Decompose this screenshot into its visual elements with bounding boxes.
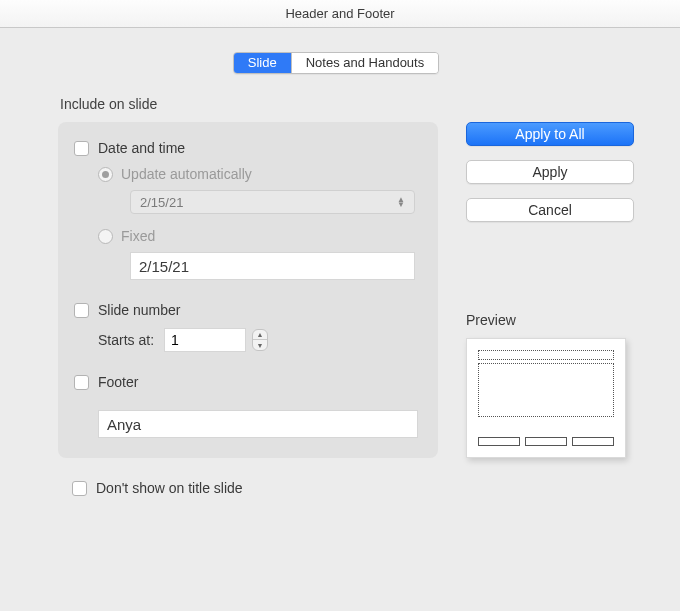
preview-header-region [478, 350, 614, 360]
date-time-label: Date and time [98, 140, 185, 156]
fixed-date-input[interactable] [130, 252, 415, 280]
tab-bar: Slide Notes and Handouts [20, 52, 652, 74]
starts-at-label: Starts at: [98, 332, 154, 348]
options-panel: Date and time Update automatically 2/15/… [58, 122, 438, 458]
starts-at-stepper[interactable]: ▲ ▼ [252, 329, 268, 351]
footer-checkbox[interactable] [74, 375, 89, 390]
select-chevrons-icon: ▲▼ [396, 197, 406, 207]
update-auto-label: Update automatically [121, 166, 252, 182]
starts-at-input[interactable] [164, 328, 246, 352]
preview-footer-right [572, 437, 614, 446]
date-format-select[interactable]: 2/15/21 ▲▼ [130, 190, 415, 214]
update-auto-radio[interactable] [98, 167, 113, 182]
stepper-up-icon[interactable]: ▲ [253, 330, 267, 340]
dont-show-title-label: Don't show on title slide [96, 480, 243, 496]
dont-show-title-checkbox[interactable] [72, 481, 87, 496]
cancel-button[interactable]: Cancel [466, 198, 634, 222]
preview-footer-region [478, 437, 614, 446]
apply-to-all-button[interactable]: Apply to All [466, 122, 634, 146]
tab-slide[interactable]: Slide [234, 53, 291, 73]
fixed-label: Fixed [121, 228, 155, 244]
slide-number-checkbox[interactable] [74, 303, 89, 318]
footer-label: Footer [98, 374, 138, 390]
date-format-value: 2/15/21 [140, 195, 183, 210]
preview-footer-left [478, 437, 520, 446]
slide-number-label: Slide number [98, 302, 181, 318]
footer-input[interactable] [98, 410, 418, 438]
date-time-checkbox[interactable] [74, 141, 89, 156]
tab-notes-handouts[interactable]: Notes and Handouts [291, 53, 439, 73]
preview-footer-center [525, 437, 567, 446]
stepper-down-icon[interactable]: ▼ [253, 340, 267, 350]
preview-body-region [478, 363, 614, 417]
window-title: Header and Footer [0, 0, 680, 28]
preview-label: Preview [466, 312, 646, 328]
segmented-control: Slide Notes and Handouts [233, 52, 439, 74]
preview-slide [466, 338, 626, 458]
right-column: Apply to All Apply Cancel Preview [466, 122, 646, 458]
apply-button[interactable]: Apply [466, 160, 634, 184]
dialog-body: Slide Notes and Handouts Include on slid… [0, 28, 680, 611]
fixed-radio[interactable] [98, 229, 113, 244]
include-on-slide-label: Include on slide [60, 96, 652, 112]
